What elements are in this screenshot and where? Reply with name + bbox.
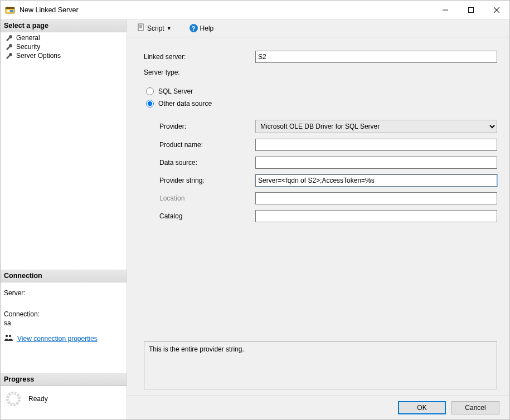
connection-value: sa [4, 319, 123, 327]
provider-label: Provider: [144, 123, 255, 130]
page-label: Server Options [16, 52, 61, 60]
location-input [255, 192, 497, 204]
toolbar: Script ▼ ? Help [127, 19, 509, 37]
svg-rect-3 [10, 10, 13, 12]
message-text: This is the entire provider string. [149, 345, 244, 353]
pages-header: Select a page [1, 19, 127, 32]
spinner-icon [6, 392, 21, 406]
svg-rect-2 [7, 10, 9, 12]
script-icon [137, 23, 145, 33]
close-button[interactable] [484, 1, 509, 19]
form-content: Linked server: Server type: SQL Server O… [127, 37, 509, 395]
script-label: Script [147, 25, 164, 32]
page-label: Security [16, 43, 40, 51]
svg-rect-10 [138, 24, 143, 31]
wrench-icon [5, 34, 13, 42]
location-label: Location [144, 194, 255, 202]
help-label: Help [200, 25, 214, 32]
page-server-options[interactable]: Server Options [1, 51, 127, 60]
ok-button[interactable]: OK [398, 401, 446, 414]
message-box: This is the entire provider string. [144, 341, 497, 389]
radio-other-data-source-label: Other data source [158, 100, 212, 108]
server-type-label: Server type: [144, 69, 255, 76]
provider-string-input[interactable] [255, 174, 497, 187]
left-panel: Select a page General Security [1, 19, 127, 419]
maximize-button[interactable] [458, 1, 484, 19]
minimize-button[interactable] [433, 1, 458, 19]
svg-rect-5 [469, 7, 474, 12]
wrench-icon [5, 43, 13, 51]
page-label: General [16, 34, 40, 42]
dropdown-arrow-icon: ▼ [167, 26, 172, 31]
progress-header: Progress [1, 373, 127, 386]
catalog-label: Catalog [144, 212, 255, 220]
server-label: Server: [4, 289, 123, 297]
title-bar: New Linked Server [1, 1, 509, 19]
product-name-label: Product name: [144, 141, 255, 149]
script-button[interactable]: Script ▼ [134, 22, 175, 35]
provider-string-label: Provider string: [144, 177, 255, 184]
svg-point-9 [9, 335, 11, 337]
progress-status: Ready [28, 395, 48, 403]
window-title: New Linked Server [20, 6, 79, 14]
help-button[interactable]: ? Help [186, 22, 217, 34]
radio-other-data-source[interactable] [146, 100, 154, 108]
data-source-label: Data source: [144, 159, 255, 167]
radio-sql-server-label: SQL Server [158, 87, 193, 95]
svg-point-8 [6, 335, 8, 337]
radio-sql-server[interactable] [146, 87, 154, 95]
cancel-button[interactable]: Cancel [451, 401, 499, 414]
people-icon [4, 334, 13, 343]
connection-label: Connection: [4, 310, 123, 318]
provider-select[interactable]: Microsoft OLE DB Driver for SQL Server [255, 120, 497, 133]
page-general[interactable]: General [1, 33, 127, 42]
view-connection-properties-link[interactable]: View connection properties [17, 335, 98, 343]
dialog-footer: OK Cancel [127, 395, 509, 419]
right-panel: Script ▼ ? Help Linked server: Server [127, 19, 509, 419]
linked-server-label: Linked server: [144, 53, 255, 61]
svg-rect-1 [6, 7, 14, 9]
dialog-window: New Linked Server Select a page Gen [0, 0, 510, 420]
catalog-input[interactable] [255, 210, 497, 222]
connection-body: Server: Connection: sa View connection p… [1, 282, 127, 373]
page-security[interactable]: Security [1, 42, 127, 51]
data-source-input[interactable] [255, 157, 497, 169]
help-icon: ? [190, 24, 198, 32]
product-name-input[interactable] [255, 139, 497, 151]
wrench-icon [5, 52, 13, 60]
app-icon [5, 5, 15, 15]
linked-server-input[interactable] [255, 51, 497, 63]
progress-body: Ready [1, 386, 127, 419]
connection-header: Connection [1, 270, 127, 282]
page-list: General Security Server Options [1, 32, 127, 61]
